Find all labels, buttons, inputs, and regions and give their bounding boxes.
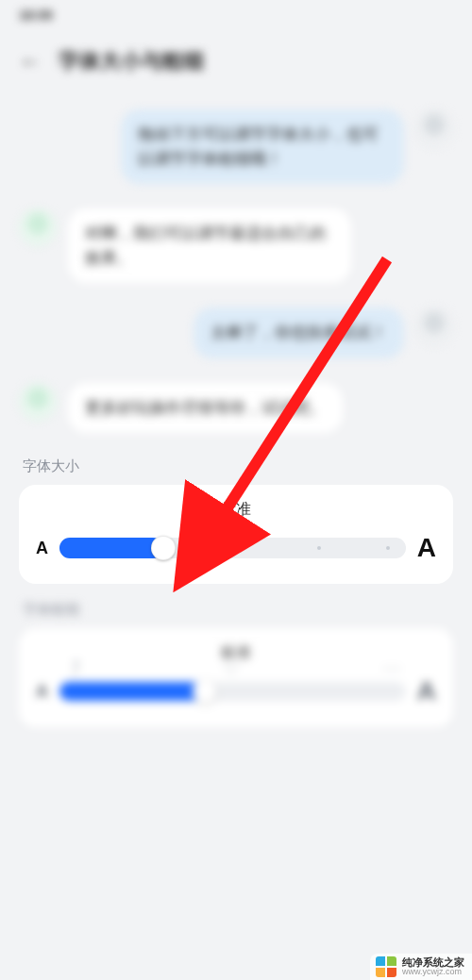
watermark-url: www.ycwjz.com (402, 968, 464, 977)
avatar-icon (415, 307, 453, 345)
avatar-icon (19, 383, 57, 421)
slider-thumb[interactable] (151, 536, 176, 560)
chat-row: 更多好玩操作尽情等待，试试吧。 (19, 383, 453, 434)
font-size-current-label: 标准 (36, 500, 436, 520)
slider-tick (230, 546, 234, 550)
page-title: 字体大小与粗细 (59, 47, 204, 75)
chat-bubble: 太棒了，你也快来试试！ (194, 307, 404, 358)
section-label-font-weight: 字体粗细 (23, 601, 449, 619)
heart-icon[interactable]: ♡ (223, 656, 240, 679)
chat-preview: 拖动下方可以调节字体大小，也可以调节字体粗细哦！ 对啊，我们可以调节最适合自己的… (0, 109, 472, 433)
section-label-font-size: 字体大小 (23, 457, 449, 475)
back-icon[interactable]: ← (19, 48, 42, 75)
chat-bubble: 对啊，我们可以调节最适合自己的效果。 (68, 208, 351, 283)
watermark: 纯净系统之家 www.ycwjz.com (370, 954, 472, 980)
avatar-icon (19, 208, 57, 246)
font-size-slider[interactable] (59, 538, 406, 558)
share-icon[interactable]: ⤴ (71, 657, 80, 679)
font-size-slider-row: A A (36, 533, 436, 563)
font-size-card: 标准 A A (19, 485, 453, 584)
avatar-icon (415, 109, 453, 147)
more-icon[interactable]: ⋯ (382, 656, 401, 679)
watermark-logo-icon (376, 956, 396, 977)
letter-a-small-icon: A (36, 539, 48, 558)
chat-row: 对啊，我们可以调节最适合自己的效果。 (19, 208, 453, 283)
chat-row: 拖动下方可以调节字体大小，也可以调节字体粗细哦！ (19, 109, 453, 184)
slider-tick (386, 546, 390, 550)
status-time: 18:09 (19, 8, 53, 23)
status-bar: 18:09 (0, 0, 472, 30)
title-bar: ← 字体大小与粗细 (0, 30, 472, 98)
slider-fill (59, 538, 163, 558)
chat-bubble: 更多好玩操作尽情等待，试试吧。 (68, 383, 343, 434)
slider-tick (317, 546, 321, 550)
bottom-nav: ⤴ ♡ ⋯ (0, 646, 472, 689)
letter-a-large-icon: A (417, 533, 436, 563)
chat-bubble: 拖动下方可以调节字体大小，也可以调节字体粗细哦！ (121, 109, 404, 184)
font-size-section: 字体大小 标准 A A (0, 457, 472, 584)
chat-row: 太棒了，你也快来试试！ (19, 307, 453, 358)
